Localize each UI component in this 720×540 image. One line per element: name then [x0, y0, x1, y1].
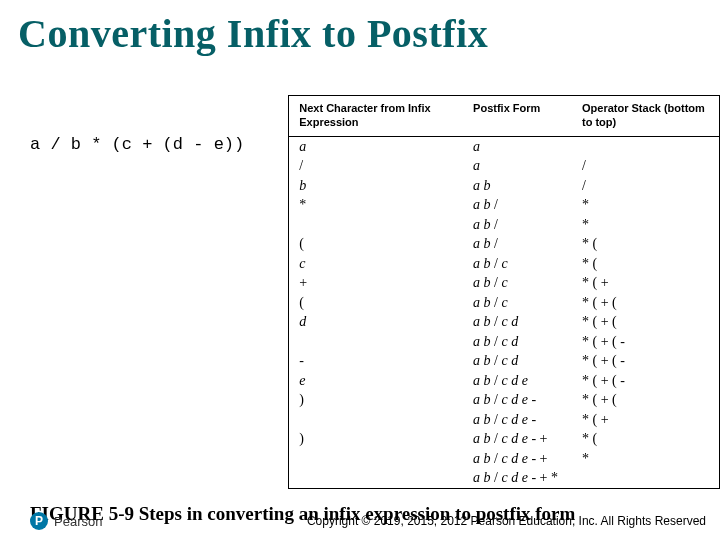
conversion-table: Next Character from Infix Expression Pos… — [288, 95, 720, 489]
cell-next-char: + — [289, 273, 463, 293]
cell-next-char: a — [289, 136, 463, 156]
table-row: ea b / c d e* ( + ( - — [289, 371, 719, 391]
cell-stack: * ( + ( - — [572, 351, 719, 371]
main-content: a / b * (c + (d - e)) Next Character fro… — [0, 95, 720, 489]
cell-postfix: a — [463, 136, 572, 156]
table-row: a b / c d e -* ( + — [289, 410, 719, 430]
cell-postfix: a b / c d e - + — [463, 449, 572, 469]
table-header-row: Next Character from Infix Expression Pos… — [289, 96, 719, 136]
cell-postfix: a — [463, 156, 572, 176]
cell-postfix: a b / c d e - + — [463, 429, 572, 449]
cell-stack — [572, 136, 719, 156]
table-row: aa — [289, 136, 719, 156]
col-stack: Operator Stack (bottom to top) — [572, 96, 719, 136]
cell-next-char — [289, 410, 463, 430]
infix-expression: a / b * (c + (d - e)) — [30, 95, 244, 154]
table-row: /a/ — [289, 156, 719, 176]
cell-stack: * ( — [572, 234, 719, 254]
cell-next-char — [289, 332, 463, 352]
cell-postfix: a b / c d e - + * — [463, 468, 572, 488]
cell-stack: * — [572, 215, 719, 235]
cell-next-char — [289, 449, 463, 469]
cell-postfix: a b — [463, 176, 572, 196]
cell-stack: / — [572, 176, 719, 196]
cell-postfix: a b / c d e — [463, 371, 572, 391]
cell-stack: * ( + ( — [572, 390, 719, 410]
cell-next-char: b — [289, 176, 463, 196]
cell-stack: * ( + — [572, 273, 719, 293]
cell-stack: * ( + — [572, 410, 719, 430]
brand-mark-icon: P — [30, 512, 48, 530]
cell-stack: * ( + ( - — [572, 332, 719, 352]
cell-next-char: c — [289, 254, 463, 274]
table-row: (a b /* ( — [289, 234, 719, 254]
cell-stack: * — [572, 449, 719, 469]
cell-next-char: ( — [289, 293, 463, 313]
table-row: -a b / c d* ( + ( - — [289, 351, 719, 371]
cell-next-char — [289, 215, 463, 235]
cell-postfix: a b / — [463, 195, 572, 215]
col-next-char: Next Character from Infix Expression — [289, 96, 463, 136]
table-row: *a b /* — [289, 195, 719, 215]
cell-postfix: a b / c d — [463, 312, 572, 332]
table-row: )a b / c d e -* ( + ( — [289, 390, 719, 410]
cell-postfix: a b / c d — [463, 351, 572, 371]
cell-next-char: / — [289, 156, 463, 176]
table-row: a b / c d e - +* — [289, 449, 719, 469]
cell-next-char: d — [289, 312, 463, 332]
cell-next-char: e — [289, 371, 463, 391]
cell-stack: * ( + ( — [572, 312, 719, 332]
cell-stack: * ( + ( — [572, 293, 719, 313]
cell-postfix: a b / — [463, 215, 572, 235]
copyright-text: Copyright © 2019, 2015, 2012 Pearson Edu… — [307, 514, 706, 528]
cell-postfix: a b / c — [463, 273, 572, 293]
cell-stack: * — [572, 195, 719, 215]
brand-name: Pearson — [54, 514, 102, 529]
col-postfix: Postfix Form — [463, 96, 572, 136]
cell-next-char: * — [289, 195, 463, 215]
cell-next-char: - — [289, 351, 463, 371]
cell-postfix: a b / c d — [463, 332, 572, 352]
cell-next-char: ) — [289, 429, 463, 449]
cell-stack: / — [572, 156, 719, 176]
cell-stack: * ( — [572, 429, 719, 449]
cell-postfix: a b / — [463, 234, 572, 254]
cell-next-char: ( — [289, 234, 463, 254]
cell-postfix: a b / c — [463, 293, 572, 313]
cell-stack: * ( + ( - — [572, 371, 719, 391]
table-row: ca b / c* ( — [289, 254, 719, 274]
table-row: a b /* — [289, 215, 719, 235]
cell-stack: * ( — [572, 254, 719, 274]
table-row: ba b/ — [289, 176, 719, 196]
table-row: a b / c d* ( + ( - — [289, 332, 719, 352]
cell-stack — [572, 468, 719, 488]
cell-postfix: a b / c d e - — [463, 390, 572, 410]
table-row: )a b / c d e - +* ( — [289, 429, 719, 449]
cell-next-char — [289, 468, 463, 488]
table-row: (a b / c* ( + ( — [289, 293, 719, 313]
table-row: +a b / c* ( + — [289, 273, 719, 293]
table-row: da b / c d* ( + ( — [289, 312, 719, 332]
footer: P Pearson Copyright © 2019, 2015, 2012 P… — [0, 512, 720, 530]
page-title: Converting Infix to Postfix — [0, 0, 720, 63]
cell-next-char: ) — [289, 390, 463, 410]
table-row: a b / c d e - + * — [289, 468, 719, 488]
cell-postfix: a b / c — [463, 254, 572, 274]
cell-postfix: a b / c d e - — [463, 410, 572, 430]
brand-logo: P Pearson — [30, 512, 102, 530]
